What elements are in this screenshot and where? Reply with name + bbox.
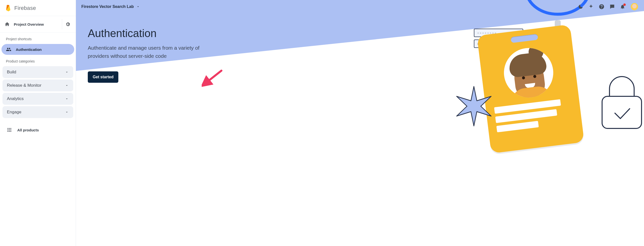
- hero-banner: Authentication Authenticate and manage u…: [76, 0, 644, 246]
- moon-icon: [578, 4, 583, 9]
- category-label: Analytics: [7, 96, 24, 101]
- topbar-actions: [578, 3, 638, 11]
- chevron-down-icon: [65, 97, 69, 101]
- theme-toggle-button[interactable]: [578, 4, 583, 9]
- notification-dot: [623, 4, 626, 6]
- category-release-monitor[interactable]: Release & Monitor: [2, 79, 73, 91]
- notifications-button[interactable]: [620, 4, 625, 9]
- category-label: Release & Monitor: [7, 83, 42, 88]
- svg-rect-8: [10, 131, 11, 132]
- svg-rect-1: [9, 128, 10, 129]
- shortcuts-heading: Project shortcuts: [0, 33, 76, 44]
- svg-rect-3: [8, 130, 8, 130]
- project-overview-link[interactable]: Project Overview: [0, 19, 48, 30]
- category-label: Build: [7, 70, 16, 75]
- sidebar-item-label: Authentication: [16, 47, 42, 52]
- account-avatar[interactable]: [630, 3, 638, 11]
- category-label: Engage: [7, 110, 22, 114]
- avatar-image: [632, 4, 636, 9]
- project-overview-label: Project Overview: [14, 22, 44, 26]
- chevron-down-icon: [65, 70, 69, 74]
- category-list: Build Release & Monitor Analytics Engage: [0, 66, 76, 118]
- chevron-down-icon: [65, 110, 69, 114]
- all-products-label: All products: [17, 128, 39, 132]
- gear-icon: [65, 22, 70, 27]
- all-products-link[interactable]: All products: [0, 121, 76, 138]
- help-button[interactable]: [599, 4, 604, 10]
- category-analytics[interactable]: Analytics: [2, 93, 73, 105]
- svg-rect-10: [602, 96, 642, 129]
- sparkle-button[interactable]: [588, 4, 594, 9]
- project-overview-row: Project Overview: [0, 16, 76, 33]
- home-icon: [4, 22, 10, 27]
- hero-illustration: ○○○○○○○○ ●●●●●●●●●●●●●: [464, 0, 642, 246]
- svg-rect-2: [10, 128, 11, 129]
- sidebar-item-authentication[interactable]: Authentication: [2, 44, 74, 55]
- svg-rect-4: [9, 130, 10, 130]
- project-name: Firestore Vector Search Lab: [81, 5, 134, 9]
- feedback-button[interactable]: [610, 4, 615, 9]
- get-started-button[interactable]: Get started: [88, 71, 118, 83]
- category-build[interactable]: Build: [2, 66, 73, 78]
- padlock-icon: [595, 72, 644, 136]
- chevron-down-icon: [65, 83, 69, 87]
- page-subtitle: Authenticate and manage users from a var…: [88, 44, 216, 60]
- svg-rect-7: [9, 131, 10, 132]
- firebase-logo-icon: [6, 5, 11, 12]
- project-settings-button[interactable]: [62, 19, 73, 29]
- category-engage[interactable]: Engage: [2, 106, 73, 118]
- people-icon: [6, 47, 11, 52]
- asterisk-icon: [449, 81, 498, 131]
- caret-down-icon: [136, 5, 140, 9]
- svg-rect-5: [10, 130, 11, 130]
- sparkle-icon: [588, 4, 594, 9]
- hero-copy: Authentication Authenticate and manage u…: [88, 27, 216, 83]
- shortcut-list: Authentication: [0, 44, 76, 55]
- brand-name: Firebase: [14, 5, 36, 11]
- note-icon: [610, 4, 615, 9]
- main-content: Authentication Authenticate and manage u…: [76, 0, 644, 246]
- categories-heading: Product categories: [0, 55, 76, 66]
- help-icon: [599, 4, 604, 10]
- brand[interactable]: Firebase: [0, 0, 76, 16]
- grid-icon: [7, 128, 12, 132]
- page-title: Authentication: [88, 27, 216, 40]
- project-switcher[interactable]: Firestore Vector Search Lab: [81, 5, 140, 9]
- topbar: Firestore Vector Search Lab: [76, 0, 644, 11]
- svg-rect-6: [8, 131, 8, 132]
- sidebar: Firebase Project Overview Project shortc…: [0, 0, 76, 246]
- svg-rect-0: [8, 128, 8, 129]
